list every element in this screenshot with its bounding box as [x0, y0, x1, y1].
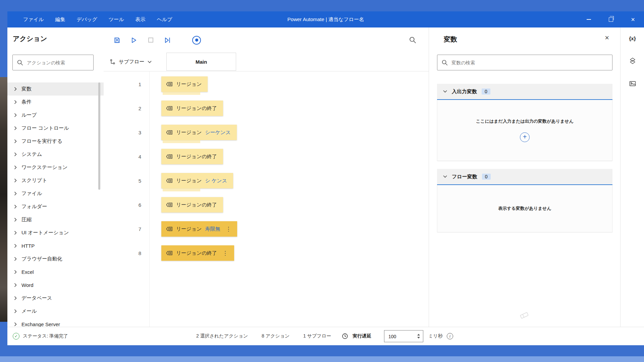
section-label: フロー変数 [452, 174, 477, 180]
chevron-right-icon [14, 113, 17, 117]
action-label: リージョン [176, 226, 202, 232]
action-category[interactable]: ファイル [7, 187, 104, 200]
action-block[interactable]: リージョンの終了 ⋮ [161, 101, 223, 116]
action-category[interactable]: 変数 [7, 82, 104, 96]
menu-item[interactable]: ファイル [17, 11, 49, 27]
category-label: Exchange Server [21, 321, 60, 327]
restore-button[interactable] [600, 11, 622, 27]
action-category[interactable]: スクリプト [7, 174, 104, 187]
empty-state-text: ここにはまだ入力または出力の変数がありません [466, 118, 584, 124]
info-icon[interactable]: i [447, 333, 453, 340]
stepper-buttons [415, 331, 422, 342]
canvas-search-button[interactable] [409, 36, 417, 44]
menu-item[interactable]: ツール [103, 11, 130, 27]
actions-panel: アクション 変数 条件 ループ [7, 27, 104, 327]
canvas-toolbar [104, 27, 429, 53]
ui-elements-rail-button[interactable] [621, 53, 644, 69]
action-parameter: シーケンス [205, 129, 230, 136]
stepper-down-button[interactable] [417, 337, 420, 339]
action-category[interactable]: データベース [7, 292, 104, 305]
row-number: 4 [104, 154, 141, 160]
action-block[interactable]: リージョン シ ケンス ⋮ [161, 173, 233, 188]
menu-item[interactable]: ヘルプ [151, 11, 178, 27]
titlebar: ファイル 編集 デバッグ ツール 表示 ヘルプ Power Automate |… [7, 11, 644, 27]
save-icon [113, 37, 121, 44]
action-category[interactable]: ワークステーション [7, 161, 104, 174]
action-category[interactable]: 圧縮 [7, 213, 104, 226]
variables-section-header[interactable]: フロー変数 0 [437, 169, 612, 185]
category-label: 圧縮 [21, 217, 32, 223]
add-variable-button[interactable]: + [520, 132, 530, 142]
action-category[interactable]: UI オートメーション [7, 226, 104, 239]
action-block[interactable]: リージョン シーケンス ⋮ [161, 125, 237, 140]
action-block[interactable]: リージョン ⋮ [161, 76, 208, 92]
action-block[interactable]: リージョンの終了 ⋮ [161, 197, 223, 213]
action-block[interactable]: リージョンの終了 ⋮ [161, 149, 223, 164]
chevron-right-icon [14, 139, 17, 143]
chevron-right-icon [14, 152, 17, 157]
menu-item[interactable]: 編集 [49, 11, 71, 27]
run-button[interactable] [130, 36, 138, 44]
region-icon [166, 130, 173, 135]
variables-search-input[interactable] [437, 55, 612, 70]
action-category[interactable]: メール [7, 305, 104, 318]
run-next-action-button[interactable] [163, 36, 171, 44]
action-category[interactable]: フォルダー [7, 200, 104, 213]
category-label: Word [21, 282, 34, 288]
chevron-right-icon [14, 244, 17, 248]
subflow-tab-row: サブフロー Main [104, 53, 429, 71]
stop-button[interactable] [147, 36, 155, 44]
action-category[interactable]: ブラウザー自動化 [7, 252, 104, 265]
actions-search-input[interactable] [13, 55, 93, 70]
variables-count-badge: 0 [482, 88, 490, 95]
save-button[interactable] [113, 36, 121, 44]
action-category[interactable]: Exchange Server [7, 318, 104, 327]
desktop-wallpaper-sliver [0, 77, 7, 322]
tab-main[interactable]: Main [166, 53, 236, 71]
region-icon [166, 154, 173, 159]
block-connector [163, 92, 200, 95]
subflow-dropdown[interactable]: サブフロー [110, 53, 152, 71]
close-panel-button[interactable]: × [605, 34, 609, 42]
menu-item[interactable]: デバッグ [71, 11, 103, 27]
category-label: HTTP [21, 243, 35, 249]
stop-icon [147, 37, 154, 44]
row-number: 2 [104, 106, 141, 111]
close-button[interactable]: × [622, 11, 644, 27]
action-category[interactable]: 条件 [7, 96, 104, 109]
chevron-right-icon [14, 270, 17, 274]
actions-scrollbar[interactable] [98, 82, 100, 190]
variables-section-body: 表示する変数がありません + [437, 185, 612, 232]
run-delay-input[interactable] [384, 330, 418, 343]
action-category[interactable]: フローを実行する [7, 135, 104, 148]
flow-canvas: サブフロー Main 1 リージョン [104, 27, 429, 327]
recorder-button[interactable] [192, 36, 201, 45]
action-block[interactable]: リージョンの終了 ⋮ [161, 245, 234, 261]
action-category[interactable]: ループ [7, 109, 104, 122]
flow-row: 3 リージョン シーケンス ⋮ [104, 125, 429, 140]
section-label: 入出力変数 [452, 88, 477, 95]
power-automate-window: ファイル 編集 デバッグ ツール 表示 ヘルプ Power Automate |… [0, 0, 644, 362]
menu-item[interactable]: 表示 [130, 11, 151, 27]
search-icon [441, 59, 448, 66]
ui-elements-icon [629, 57, 636, 64]
more-options-icon[interactable]: ⋮ [222, 250, 228, 256]
variables-rail-button[interactable]: {x} [621, 30, 644, 46]
variables-section-header[interactable]: 入出力変数 0 [437, 84, 612, 100]
action-block[interactable]: リージョン 寿限無 ⋮ [161, 221, 237, 237]
stepper-up-button[interactable] [417, 334, 420, 336]
images-rail-button[interactable] [621, 75, 644, 92]
action-category[interactable]: システム [7, 148, 104, 161]
variables-section-body: ここにはまだ入力または出力の変数がありません + [437, 100, 612, 161]
action-category[interactable]: HTTP [7, 239, 104, 252]
action-category[interactable]: Excel [7, 265, 104, 279]
minimize-button[interactable] [578, 11, 600, 27]
action-parameter: シ ケンス [205, 178, 227, 184]
flow-area: 1 リージョン ⋮ 2 [104, 71, 429, 327]
action-category[interactable]: Word [7, 279, 104, 292]
category-label: ファイル [21, 190, 42, 197]
more-options-icon[interactable]: ⋮ [225, 226, 231, 232]
run-delay-stepper [384, 330, 423, 342]
action-category[interactable]: フロー コントロール [7, 122, 104, 135]
variables-panel: 変数 × 入出力変数 0 ここにはまだ入力または出力の変数がありません + [429, 27, 621, 327]
